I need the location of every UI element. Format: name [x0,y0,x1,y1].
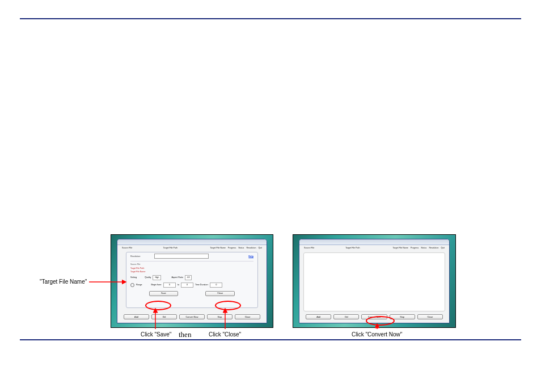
convert-highlight-circle [366,316,395,326]
save-highlight-circle [145,301,171,310]
aspect-label: Aspect Ratio [171,276,183,279]
top-rule [20,18,521,19]
toolbar-convert[interactable]: Convert Now [179,314,205,319]
time-spin[interactable]: 0 [210,283,222,288]
range-row: Range Begin from: 0 to 0 Time Duration: … [126,281,257,289]
toolbar-add[interactable]: Add [124,314,149,319]
to-spin[interactable]: 0 [181,283,193,288]
resolution-row: Resolution: Help [126,252,257,260]
quality-label: Quality [145,276,151,279]
col-right-group: Target File Name Progress Status Resolut… [208,247,262,249]
column-headers-r: Source File Target File Path Target File… [299,245,449,251]
begin-label: Begin from: [151,284,162,286]
callout-target-file-name: "Target File Name" [40,279,87,285]
source-file-label: Source File: [126,263,257,267]
callout-click-convert: Click "Convert Now" [352,331,402,338]
col-right-group-r: Target File Name Progress Status Resolut… [391,247,445,249]
dialog-button-row: Save Close [126,289,257,298]
toolbar-del-r[interactable]: Del [333,314,359,319]
target-file-name-label: Target File Name: [126,270,257,274]
close-highlight-circle [215,301,241,310]
callout-then: then [179,330,191,339]
col-source-file: Source File [122,247,132,249]
app-window-right: Source File Target File Path Target File… [299,239,450,323]
to-label: to [177,284,179,286]
separator [130,261,253,262]
time-label: Time Duration: [195,284,208,286]
col-target-path-r: Target File Path [345,247,360,249]
dialog-help-link[interactable]: Help [248,255,253,258]
settings-dialog: Resolution: Help Source File: Target Fil… [126,252,258,308]
range-label: Range [136,284,142,286]
save-button[interactable]: Save [149,291,178,296]
quality-select[interactable]: High [153,275,161,280]
col-target-path: Target File Path [163,247,177,249]
toolbar-close-r[interactable]: Close [417,314,443,319]
column-headers: Source File Target File Path Target File… [117,245,267,251]
setting-row: Setting Quality High Aspect Ratio 4:3 [126,274,257,281]
toolbar-close[interactable]: Close [235,314,260,319]
bottom-toolbar-left: Add Del Convert Now Stop Close [122,314,261,319]
app-window-left: Source File Target File Path Target File… [117,239,267,323]
range-radio[interactable] [130,283,134,287]
annotation-overlay [0,0,541,392]
begin-spin[interactable]: 0 [163,283,176,288]
close-button[interactable]: Close [205,291,235,296]
screenshot-right: Source File Target File Path Target File… [293,234,456,328]
window-titlebar-r [299,239,449,245]
toolbar-stop[interactable]: Stop [207,314,233,319]
resolution-input[interactable] [154,254,209,259]
setting-label: Setting [130,276,137,279]
toolbar-del[interactable]: Del [151,314,177,319]
window-titlebar [117,239,267,245]
callout-click-save: Click "Save" [141,331,171,338]
screenshot-left: Source File Target File Path Target File… [111,234,273,328]
bottom-rule [20,339,521,340]
resolution-label: Resolution: [130,255,154,258]
callout-click-close: Click "Close" [209,331,241,338]
col-source-file-r: Source File [304,247,314,249]
content-body-r [303,252,445,311]
aspect-select[interactable]: 4:3 [185,275,192,280]
target-file-path-label: Target File Path: [126,267,257,271]
toolbar-add-r[interactable]: Add [306,314,331,319]
